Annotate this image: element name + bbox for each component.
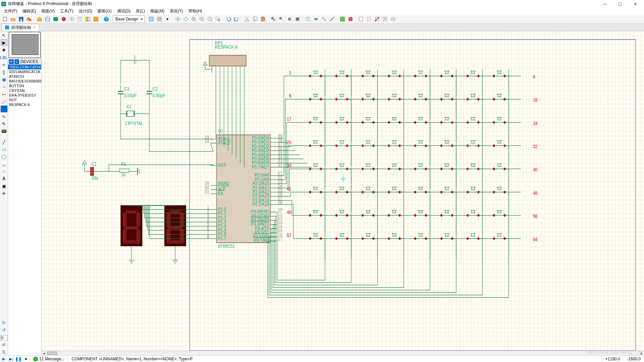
list-item[interactable]: CRYSTAL <box>8 88 41 93</box>
maximize-button[interactable]: ▢ <box>612 0 628 8</box>
cut-button[interactable] <box>243 15 251 23</box>
menu-file[interactable]: 文件(F) <box>1 8 20 14</box>
horizontal-scrollbar[interactable]: ◂ ▸ <box>42 351 644 355</box>
close-button[interactable]: ✕ <box>628 0 643 8</box>
open-button[interactable] <box>9 15 17 23</box>
text-script-tool[interactable]: ≡ <box>1 61 7 68</box>
junction-tool[interactable]: ✚ <box>1 47 7 53</box>
gerber-button[interactable] <box>68 15 75 23</box>
list-item[interactable]: RESPACK-8 <box>8 102 41 107</box>
scroll-thumb[interactable] <box>47 352 57 355</box>
angle-input[interactable]: 0 <box>0 335 8 341</box>
zoom-out-button[interactable] <box>198 15 206 23</box>
menu-template[interactable]: 模版(M) <box>148 8 167 14</box>
grid-button[interactable] <box>156 15 163 23</box>
label-tool[interactable]: LBL <box>1 54 7 61</box>
assign-button[interactable] <box>389 15 397 23</box>
menu-library[interactable]: 库(L) <box>133 8 148 14</box>
probe-tool[interactable]: ✎ <box>1 120 7 127</box>
circle-tool[interactable]: ◯ <box>1 153 7 160</box>
disabled-1-button[interactable] <box>365 15 373 23</box>
block-rotate-button[interactable] <box>286 15 293 23</box>
menu-system[interactable]: 系统(Y) <box>167 8 186 14</box>
menu-view[interactable]: 视图(V) <box>39 8 57 14</box>
select-tool[interactable]: ↖ <box>1 32 7 39</box>
box-tool[interactable]: ▭ <box>1 146 7 153</box>
stop-button[interactable]: ■ <box>22 356 30 362</box>
redraw-button[interactable] <box>148 15 155 23</box>
list-item[interactable]: BUTTON <box>8 83 41 88</box>
save-button[interactable] <box>17 15 25 23</box>
list-item[interactable]: 7SEG-COM-CATHO <box>8 65 41 69</box>
zoom-all-button[interactable] <box>206 15 214 23</box>
menu-design[interactable]: 设计(D) <box>76 8 95 14</box>
zoom-region-button[interactable] <box>214 15 222 23</box>
zoom-in-button[interactable] <box>190 15 198 23</box>
design-select[interactable]: Base Design <box>113 15 145 23</box>
bus-tool[interactable]: ‖ <box>1 69 7 75</box>
block-copy-button[interactable] <box>270 15 277 23</box>
tape-tool[interactable] <box>1 106 7 112</box>
list-item[interactable]: NOT <box>8 98 41 102</box>
list-item[interactable]: AT89C51 <box>8 74 41 79</box>
path-tool[interactable]: ⟋ <box>1 168 7 175</box>
wire-tool-button[interactable] <box>328 15 336 23</box>
rotate-ccw-tool[interactable]: ↺ <box>1 326 7 333</box>
pcb-button[interactable] <box>52 15 59 23</box>
block-delete-button[interactable] <box>294 15 301 23</box>
menu-graph[interactable]: 图表(G) <box>95 8 114 14</box>
device-pin-tool[interactable]: ⊷ <box>1 91 7 98</box>
help-button[interactable]: ? <box>103 15 110 23</box>
list-item[interactable]: ERA-3YEB101V <box>8 93 41 98</box>
flip-v-tool[interactable]: ⇅ <box>1 349 7 355</box>
arc-tool[interactable]: ◡ <box>1 161 7 167</box>
pause-button[interactable]: ❚❚ <box>15 356 22 362</box>
menu-help[interactable]: 帮助(H) <box>186 8 205 14</box>
copy-button[interactable] <box>251 15 259 23</box>
menu-edit[interactable]: 编辑(E) <box>20 8 39 14</box>
paste-button[interactable] <box>259 15 267 23</box>
rotate-cw-tool[interactable]: ↻ <box>1 319 7 326</box>
new-button[interactable] <box>1 15 9 23</box>
scroll-left-icon[interactable]: ◂ <box>42 351 46 356</box>
subcircuit-tool[interactable]: ▣ <box>1 76 7 83</box>
close-project-button[interactable] <box>25 15 33 23</box>
step-button[interactable]: ▶| <box>7 356 15 362</box>
code-button[interactable] <box>92 15 100 23</box>
bom-report-button[interactable] <box>357 15 365 23</box>
compile-errors-button[interactable]: × <box>381 15 389 23</box>
snap-button[interactable]: ▾ <box>164 15 171 23</box>
menu-debug[interactable]: 调试(D) <box>114 8 133 14</box>
schematic-canvas[interactable]: C30.50pFC20.50pFX1CRYSTALC110uR11KRP1RES… <box>42 31 644 351</box>
instrument-tool[interactable]: 📟 <box>1 128 7 134</box>
play-button[interactable]: ▶ <box>0 356 7 362</box>
list-item[interactable]: 02013A0R5CAT2A <box>8 69 41 74</box>
design-explorer-button[interactable] <box>84 15 92 23</box>
marker-tool[interactable]: ✛ <box>1 190 7 197</box>
terminal-tool[interactable]: ⊸ <box>1 83 7 90</box>
undo-button[interactable] <box>225 15 232 23</box>
list-item[interactable]: B45192E3226M309 <box>8 79 41 83</box>
block-move-button[interactable] <box>278 15 285 23</box>
redo-button[interactable] <box>233 15 240 23</box>
scroll-right-icon[interactable]: ▸ <box>639 351 644 356</box>
text-tool[interactable]: A <box>1 175 7 182</box>
netlist-button[interactable] <box>347 15 354 23</box>
package-button[interactable] <box>312 15 320 23</box>
erc-button[interactable] <box>339 15 346 23</box>
schematic-button[interactable] <box>44 15 51 23</box>
tab-close-icon[interactable]: × <box>33 25 36 30</box>
flip-h-tool[interactable]: ⇄ <box>1 341 7 348</box>
3d-button[interactable] <box>60 15 67 23</box>
libraries-icon[interactable]: L <box>14 59 19 64</box>
symbol-tool[interactable]: ▣ <box>1 183 7 189</box>
origin-button[interactable] <box>174 15 181 23</box>
devices-list[interactable]: 7SEG-COM-CATHO 02013A0R5CAT2A AT89C51 B4… <box>8 65 41 355</box>
pick-parts-icon[interactable]: P <box>9 59 14 64</box>
minimize-button[interactable]: — <box>597 0 612 8</box>
pan-button[interactable] <box>182 15 190 23</box>
bom-button[interactable] <box>76 15 84 23</box>
menu-tools[interactable]: 工具(T) <box>57 8 76 14</box>
line-tool[interactable]: ╱ <box>1 138 7 145</box>
messages-section[interactable]: i 11 Message... <box>30 356 68 362</box>
